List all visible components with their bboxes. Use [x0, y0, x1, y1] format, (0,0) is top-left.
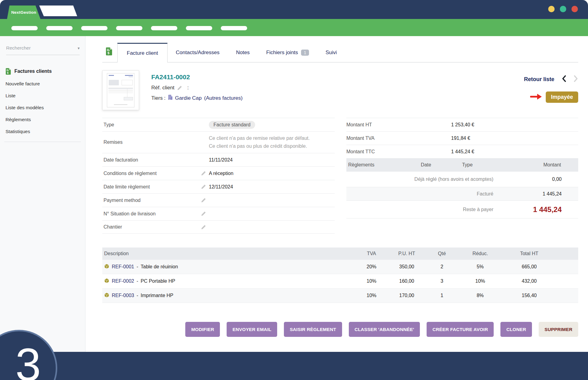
nav-placeholder-pill[interactable]: [151, 26, 177, 30]
edit-pencil-icon[interactable]: [177, 85, 185, 91]
nav-placeholder-pill[interactable]: [116, 26, 142, 30]
type-pill: Facture standard: [209, 121, 255, 129]
sidebar-item-nouvelle-facture[interactable]: Nouvelle facture: [6, 81, 85, 87]
tab-facture-client[interactable]: Facture client: [117, 43, 168, 62]
nav-placeholder-pill[interactable]: [81, 26, 107, 30]
tab-contacts-adresses[interactable]: Contacts/Adresses: [168, 43, 228, 62]
deja-regle-row: Déjà réglé (hors avoirs et acomptes) 0,0…: [346, 172, 578, 187]
record-navigation: Retour liste: [524, 75, 578, 83]
invoice-doc-icon: $: [6, 68, 11, 75]
status-badge: Impayée: [546, 91, 578, 103]
details-table: Type Facture standard Remises Ce client …: [102, 118, 335, 234]
detail-row-payment-method: Payment method: [102, 193, 335, 207]
sidebar-divider: [4, 142, 81, 142]
sidebar-item-statistiques[interactable]: Statistiques: [6, 129, 85, 134]
product-ref-link[interactable]: REF-0002: [112, 278, 134, 284]
detail-row-remises: Remises Ce client n'a pas de remise rela…: [102, 131, 335, 153]
ref-client-colon: :: [187, 85, 189, 91]
chevron-left-icon[interactable]: [562, 75, 566, 83]
edit-pencil-icon[interactable]: [201, 225, 209, 230]
edit-pencil-icon[interactable]: [201, 184, 209, 189]
detail-row-chantier: Chantier: [102, 220, 335, 234]
ref-client-label: Réf. client: [151, 85, 175, 91]
sidebar-section-label: Factures clients: [14, 69, 52, 74]
tab-bar: $ Facture client Contacts/Adresses Notes…: [102, 43, 578, 62]
invoice-identity: FA2411-0002 Réf. client : Tiers :: [151, 70, 243, 110]
line-row-1: REF-0001 - Table de réuinion 20% 350,00 …: [102, 260, 578, 274]
brand-tab: NextGestion: [7, 6, 40, 19]
maximize-dot-icon[interactable]: [560, 6, 566, 12]
lines-header-row: Description TVA P.U. HT Qté Réduc. Total…: [102, 248, 578, 260]
search-placeholder: Rechercher: [6, 45, 31, 51]
tiers-name-link[interactable]: Gardie Cap: [175, 95, 202, 101]
search-input[interactable]: Rechercher ▾: [6, 45, 80, 55]
lines-table: Description TVA P.U. HT Qté Réduc. Total…: [102, 248, 578, 303]
nav-placeholder-pill[interactable]: [221, 26, 247, 30]
creer-facture-avoir-button[interactable]: CRÉER FACTURE AVOIR: [427, 322, 494, 337]
window-controls: [548, 6, 578, 12]
detail-row-conditions-reglement: Conditions de règlement A réception: [102, 166, 335, 180]
edit-pencil-icon[interactable]: [201, 211, 209, 216]
remise-note-1: Ce client n'a pas de remise relative par…: [209, 134, 335, 142]
main-content: $ Facture client Contacts/Adresses Notes…: [86, 36, 588, 352]
brand-name: NextGestion: [11, 10, 36, 15]
package-cube-icon: [104, 278, 109, 285]
detail-row-date-facturation: Date facturation 11/11/2024: [102, 153, 335, 166]
tab-notes[interactable]: Notes: [228, 43, 258, 62]
amounts-payments-table: Montant HT 1 253,40 € Montant TVA 191,84…: [346, 118, 578, 234]
invoice-number: FA2411-0002: [151, 73, 243, 81]
details-section: Type Facture standard Remises Ce client …: [102, 118, 578, 234]
nav-placeholder-pill[interactable]: [11, 26, 38, 30]
modifier-button[interactable]: MODIFIER: [185, 322, 220, 337]
reste-a-payer-row: Reste à payer 1 445,24: [346, 201, 578, 218]
package-cube-icon: [104, 264, 109, 270]
amount-row-tva: Montant TVA 191,84 €: [346, 131, 578, 145]
envoyer-email-button[interactable]: ENVOYER EMAIL: [227, 322, 277, 337]
left-sidebar: Rechercher ▾ $ Factures clients Nouvelle…: [0, 36, 85, 352]
tab-suivi[interactable]: Suivi: [317, 43, 345, 62]
svg-text:$: $: [107, 51, 109, 55]
minimize-dot-icon[interactable]: [548, 6, 555, 12]
classer-abandonnee-button[interactable]: CLASSER 'ABANDONNÉE': [349, 322, 420, 337]
ref-client-line: Réf. client :: [151, 85, 243, 91]
detail-row-type: Type Facture standard: [102, 118, 335, 131]
remise-note-2: Ce client n'a pas ou plus de crédit disp…: [209, 142, 335, 150]
facture-row: Facturé 1 445,24: [346, 187, 578, 201]
product-ref-link[interactable]: REF-0003: [112, 293, 134, 298]
reste-a-payer-value: 1 445,24: [493, 205, 578, 214]
product-ref-link[interactable]: REF-0001: [112, 264, 134, 270]
action-bar: MODIFIER ENVOYER EMAIL SAISIR RÈGLEMENT …: [102, 322, 578, 337]
product-label: PC Portable HP: [141, 278, 175, 284]
edit-pencil-icon[interactable]: [201, 198, 209, 203]
sidebar-item-liste-des-modeles[interactable]: Liste des modèles: [6, 105, 85, 110]
amount-row-ht: Montant HT 1 253,40 €: [346, 118, 578, 131]
detail-row-situation-livraison: N° Situation de livraison: [102, 207, 335, 220]
nav-placeholder-pill[interactable]: [186, 26, 212, 30]
invoice-doc-icon: $: [106, 47, 112, 57]
retour-liste-link[interactable]: Retour liste: [524, 76, 554, 83]
company-building-icon: [168, 95, 173, 101]
package-cube-icon: [104, 292, 109, 299]
supprimer-button[interactable]: SUPPRIMER: [539, 322, 578, 337]
header-right: Retour liste Impayée: [524, 70, 578, 110]
tiers-line: Tiers : Gardie Cap (Autres factu: [151, 95, 243, 101]
sidebar-item-reglements[interactable]: Règlements: [6, 117, 85, 122]
cloner-button[interactable]: CLONER: [500, 322, 532, 337]
payments-header-row: Règlements Date Type Montant: [346, 158, 578, 172]
amount-row-ttc: Montant TTC 1 445,24 €: [346, 145, 578, 158]
tab-fichiers-joints[interactable]: Fichiers joints 1: [258, 43, 317, 62]
chevron-down-icon[interactable]: ▾: [77, 46, 80, 50]
red-arrow-icon: [530, 93, 542, 101]
main-nav-bar: [0, 19, 588, 36]
sidebar-section-factures-clients[interactable]: $ Factures clients: [6, 68, 85, 75]
footer-bar: [0, 352, 588, 380]
saisir-reglement-button[interactable]: SAISIR RÈGLEMENT: [284, 322, 342, 337]
close-dot-icon[interactable]: [571, 6, 578, 12]
tiers-label: Tiers :: [151, 95, 166, 101]
sidebar-item-liste[interactable]: Liste: [6, 93, 85, 99]
invoice-preview-thumbnail[interactable]: [102, 70, 139, 110]
edit-pencil-icon[interactable]: [201, 171, 209, 176]
autres-factures-link[interactable]: (Autres factures): [204, 95, 243, 101]
nav-placeholder-pill[interactable]: [46, 26, 73, 30]
line-row-3: REF-0003 - Imprimante HP 10% 170,00 1 8%…: [102, 289, 578, 303]
